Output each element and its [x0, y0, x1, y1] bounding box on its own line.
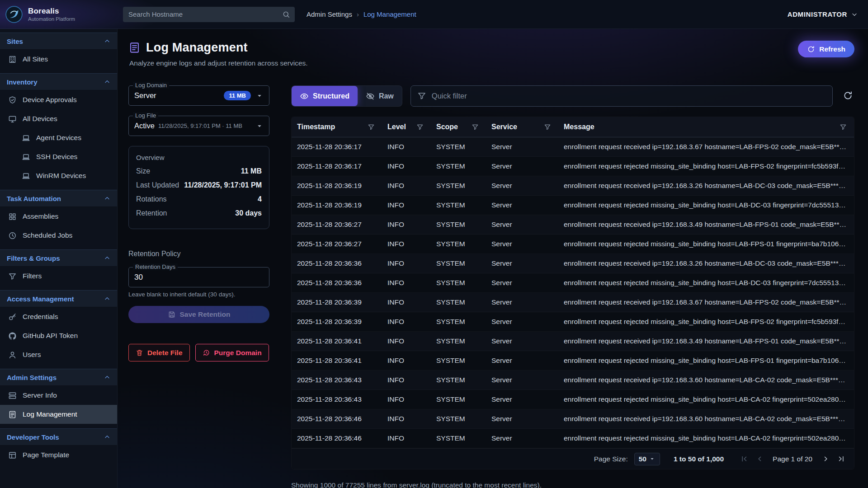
retention-days-input[interactable] [134, 273, 264, 282]
cell-level: INFO [382, 196, 431, 215]
column-header-timestamp[interactable]: Timestamp [292, 117, 382, 137]
cell-timestamp: 2025-11-28 20:36:27 [292, 215, 382, 234]
laptop-icon [22, 153, 30, 161]
funnel-icon[interactable] [416, 123, 424, 131]
save-retention-button[interactable]: Save Retention [128, 306, 269, 323]
sidebar-item-ssh-devices[interactable]: SSH Devices [0, 147, 117, 166]
breadcrumb-log-management[interactable]: Log Management [363, 10, 416, 18]
sidebar-section-filters-groups[interactable]: Filters & Groups [0, 249, 117, 267]
breadcrumb: Admin Settings›Log Management [307, 10, 416, 18]
cell-scope: SYSTEM [431, 196, 486, 215]
column-header-service[interactable]: Service [486, 117, 558, 137]
cell-timestamp: 2025-11-28 20:36:39 [292, 312, 382, 331]
table-row[interactable]: 2025-11-28 20:36:27INFOSYSTEMServerenrol… [292, 215, 854, 235]
sidebar-section-sites[interactable]: Sites [0, 33, 117, 50]
sidebar-item-device-approvals[interactable]: Device Approvals [0, 90, 117, 109]
cell-scope: SYSTEM [431, 293, 486, 312]
sidebar-item-credentials[interactable]: Credentials [0, 307, 117, 326]
table-row[interactable]: 2025-11-28 20:36:43INFOSYSTEMServerenrol… [292, 371, 854, 390]
sidebar-item-label: Agent Devices [36, 134, 81, 142]
sidebar-item-github-api-token[interactable]: GitHub API Token [0, 326, 117, 345]
last-page-button[interactable] [834, 452, 848, 466]
sidebar-item-filters[interactable]: Filters [0, 267, 117, 286]
page-size-select[interactable]: 50 [634, 453, 660, 465]
sidebar-section-admin-settings[interactable]: Admin Settings [0, 369, 117, 386]
sidebar-section-inventory[interactable]: Inventory [0, 73, 117, 90]
sidebar-item-all-devices[interactable]: All Devices [0, 109, 117, 128]
cell-message: enrollment request received ip=192.168.3… [558, 293, 854, 312]
table-row[interactable]: 2025-11-28 20:36:41INFOSYSTEMServerenrol… [292, 332, 854, 351]
table-row[interactable]: 2025-11-28 20:36:41INFOSYSTEMServerenrol… [292, 351, 854, 371]
log-file-select[interactable]: Log File Active 11/28/2025, 9:17:01 PM ·… [128, 116, 269, 136]
building-icon [8, 55, 17, 64]
table-row[interactable]: 2025-11-28 20:36:19INFOSYSTEMServerenrol… [292, 196, 854, 215]
table-row[interactable]: 2025-11-28 20:36:17INFOSYSTEMServerenrol… [292, 157, 854, 176]
funnel-icon[interactable] [472, 123, 479, 131]
column-header-scope[interactable]: Scope [431, 117, 486, 137]
prev-page-button[interactable] [753, 452, 766, 466]
log-domain-select[interactable]: Log Domain Server 11 MB [128, 85, 269, 106]
column-header-level[interactable]: Level [382, 117, 431, 137]
search-input[interactable] [123, 7, 295, 22]
laptop-icon [22, 134, 30, 142]
table-row[interactable]: 2025-11-28 20:36:36INFOSYSTEMServerenrol… [292, 273, 854, 293]
table-row[interactable]: 2025-11-28 20:36:17INFOSYSTEMServerenrol… [292, 137, 854, 157]
page-title: Log Management [146, 41, 248, 55]
table-row[interactable]: 2025-11-28 20:36:27INFOSYSTEMServerenrol… [292, 235, 854, 254]
table-row[interactable]: 2025-11-28 20:36:39INFOSYSTEMServerenrol… [292, 312, 854, 332]
sidebar-item-winrm-devices[interactable]: WinRM Devices [0, 166, 117, 185]
view-mode-toggle: StructuredRaw [291, 85, 402, 107]
trash-icon [136, 349, 143, 357]
sidebar-section-label: Admin Settings [7, 374, 57, 381]
sidebar-item-assemblies[interactable]: Assemblies [0, 207, 117, 226]
funnel-icon[interactable] [544, 123, 551, 131]
cell-timestamp: 2025-11-28 20:36:19 [292, 176, 382, 195]
column-header-message[interactable]: Message [558, 117, 854, 137]
sidebar-item-server-info[interactable]: Server Info [0, 386, 117, 405]
sidebar-item-page-template[interactable]: Page Template [0, 446, 117, 465]
quick-filter [410, 85, 833, 107]
table-header: TimestampLevelScopeServiceMessage [292, 117, 854, 137]
sidebar-section-developer-tools[interactable]: Developer Tools [0, 428, 117, 446]
log-panel: Log Domain Server 11 MB Log File Active … [128, 85, 269, 488]
sidebar-item-label: All Sites [23, 55, 48, 63]
purge-domain-button[interactable]: Purge Domain [195, 344, 269, 361]
funnel-icon[interactable] [368, 123, 375, 131]
table-row[interactable]: 2025-11-28 20:36:36INFOSYSTEMServerenrol… [292, 254, 854, 273]
brand[interactable]: Borealis Automation Platform [5, 5, 118, 24]
sidebar-section-label: Task Automation [7, 195, 61, 202]
refresh-button[interactable]: Refresh [798, 41, 854, 57]
breadcrumb-admin-settings[interactable]: Admin Settings [307, 10, 352, 18]
mode-structured-button[interactable]: Structured [292, 86, 358, 106]
sidebar-item-scheduled-jobs[interactable]: Scheduled Jobs [0, 226, 117, 245]
cell-service: Server [486, 254, 558, 273]
next-page-button[interactable] [819, 452, 832, 466]
user-menu[interactable]: ADMINISTRATOR [788, 10, 858, 18]
delete-file-button[interactable]: Delete File [128, 344, 190, 361]
mode-label: Raw [379, 92, 394, 100]
mode-raw-button[interactable]: Raw [358, 86, 402, 106]
sidebar-item-agent-devices[interactable]: Agent Devices [0, 128, 117, 147]
table-refresh-button[interactable] [841, 89, 854, 103]
table-row[interactable]: 2025-11-28 20:36:39INFOSYSTEMServerenrol… [292, 293, 854, 312]
overview-row: Size11 MB [136, 167, 262, 175]
sidebar-section-access-management[interactable]: Access Management [0, 290, 117, 307]
sidebar-section-label: Developer Tools [7, 433, 59, 441]
cell-service: Server [486, 409, 558, 428]
table-row[interactable]: 2025-11-28 20:36:43INFOSYSTEMServerenrol… [292, 390, 854, 409]
table-row[interactable]: 2025-11-28 20:36:19INFOSYSTEMServerenrol… [292, 176, 854, 196]
first-page-button[interactable] [737, 452, 751, 466]
funnel-icon[interactable] [840, 123, 847, 131]
refresh-icon [807, 45, 815, 53]
cell-message: enrollment request rejected missing_site… [558, 312, 854, 331]
sidebar-section-task-automation[interactable]: Task Automation [0, 190, 117, 207]
quick-filter-input[interactable] [410, 85, 833, 107]
sidebar-item-users[interactable]: Users [0, 345, 117, 364]
sidebar-item-all-sites[interactable]: All Sites [0, 50, 117, 69]
table-row[interactable]: 2025-11-28 20:36:46INFOSYSTEMServerenrol… [292, 409, 854, 429]
chevron-up-icon [104, 295, 111, 302]
table-row[interactable]: 2025-11-28 20:36:46INFOSYSTEMServerenrol… [292, 429, 854, 448]
cell-level: INFO [382, 254, 431, 273]
topbar: Borealis Automation Platform Admin Setti… [0, 0, 868, 29]
sidebar-item-log-management[interactable]: Log Management [0, 405, 117, 424]
